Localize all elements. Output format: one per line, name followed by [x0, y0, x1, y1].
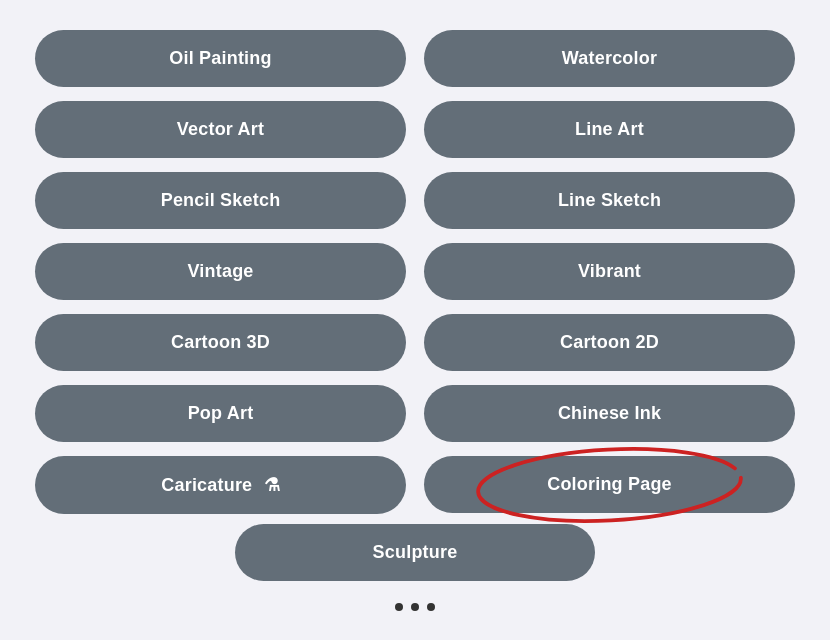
line-sketch-button[interactable]: Line Sketch: [424, 172, 795, 229]
vector-art-button[interactable]: Vector Art: [35, 101, 406, 158]
chinese-ink-button[interactable]: Chinese Ink: [424, 385, 795, 442]
line-art-button[interactable]: Line Art: [424, 101, 795, 158]
pencil-sketch-button[interactable]: Pencil Sketch: [35, 172, 406, 229]
sculpture-row: Sculpture: [35, 524, 795, 581]
beaker-icon: ⚗: [264, 474, 280, 496]
coloring-page-button[interactable]: Coloring Page: [424, 456, 795, 513]
caricature-button[interactable]: Caricature ⚗: [35, 456, 406, 514]
cartoon-3d-button[interactable]: Cartoon 3D: [35, 314, 406, 371]
oil-painting-button[interactable]: Oil Painting: [35, 30, 406, 87]
vibrant-button[interactable]: Vibrant: [424, 243, 795, 300]
dot-1: [395, 603, 403, 611]
style-grid: Oil Painting Watercolor Vector Art Line …: [35, 30, 795, 514]
pop-art-button[interactable]: Pop Art: [35, 385, 406, 442]
cartoon-2d-button[interactable]: Cartoon 2D: [424, 314, 795, 371]
dot-3: [427, 603, 435, 611]
dot-2: [411, 603, 419, 611]
pagination-dots: [395, 603, 435, 611]
vintage-button[interactable]: Vintage: [35, 243, 406, 300]
watercolor-button[interactable]: Watercolor: [424, 30, 795, 87]
coloring-page-wrapper: Coloring Page: [424, 456, 795, 514]
sculpture-button[interactable]: Sculpture: [235, 524, 595, 581]
